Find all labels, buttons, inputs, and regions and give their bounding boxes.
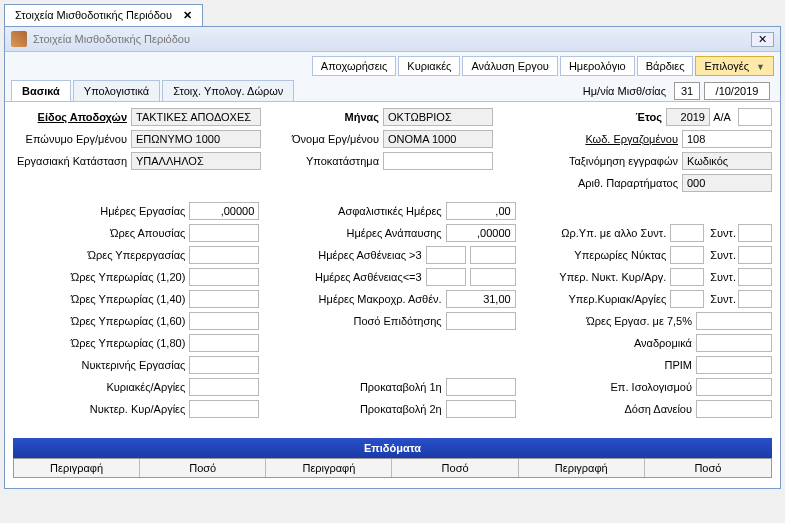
l-l6: Ώρες Υπερωρίας (1,60): [13, 315, 189, 327]
col-perigrafi-1: Περιγραφή: [14, 459, 140, 477]
r-sf4[interactable]: [738, 290, 772, 308]
window-close-button[interactable]: ✕: [751, 32, 774, 47]
mid-column: Ασφαλιστικές Ημέρες Ημέρες Ανάπαυσης Ημέ…: [269, 202, 515, 422]
l-f7[interactable]: [189, 334, 259, 352]
chevron-down-icon: ▼: [756, 62, 765, 72]
l-f9[interactable]: [189, 378, 259, 396]
kod-label: Κωδ. Εργαζομένου: [562, 133, 682, 145]
outer-tab[interactable]: Στοιχεία Μισθοδοτικής Περιόδου ✕: [4, 4, 203, 26]
col-poso-1: Ποσό: [140, 459, 266, 477]
tab-doron[interactable]: Στοιχ. Υπολογ. Δώρων: [162, 80, 294, 101]
l-f6[interactable]: [189, 312, 259, 330]
payroll-date-day[interactable]: [674, 82, 700, 100]
l-l8: Νυκτερινής Εργασίας: [13, 359, 189, 371]
onoma-field: ΟΝΟΜΑ 1000: [383, 130, 493, 148]
r-l3: Υπερ. Νυκτ. Κυρ/Αργ.: [526, 271, 671, 283]
m-f7[interactable]: [446, 378, 516, 396]
toolbar-epiloges-label: Επιλογές: [704, 60, 749, 72]
r-l1: Ωρ.Υπ. με αλλο Συντ.: [526, 227, 671, 239]
window-title: Στοιχεία Μισθοδοτικής Περιόδου: [33, 33, 751, 45]
m-f2[interactable]: [446, 224, 516, 242]
l-f1[interactable]: [189, 202, 259, 220]
toolbar-analysi-ergou[interactable]: Ανάλυση Εργου: [462, 56, 557, 76]
r-f2[interactable]: [670, 246, 704, 264]
toolbar-kyriakes[interactable]: Κυριακές: [398, 56, 460, 76]
m-f3a[interactable]: [426, 246, 466, 264]
r-f3[interactable]: [670, 268, 704, 286]
toolbar-imerologio[interactable]: Ημερολόγιο: [560, 56, 635, 76]
left-column: Ημέρες Εργασίας Ώρες Απουσίας Ώρες Υπερε…: [13, 202, 259, 422]
tax-label: Ταξινόμηση εγγραφών: [562, 155, 682, 167]
l-f4[interactable]: [189, 268, 259, 286]
r-l4: Υπερ.Κυριακ/Αργίες: [526, 293, 671, 305]
l-f8[interactable]: [189, 356, 259, 374]
tax-field: Κωδικός: [682, 152, 772, 170]
r-sf2[interactable]: [738, 246, 772, 264]
m-f8[interactable]: [446, 400, 516, 418]
m-f3b[interactable]: [470, 246, 516, 264]
m-l4: Ημέρες Ασθένειας<=3: [269, 271, 425, 283]
m-l5: Ημέρες Μακροχρ. Ασθέν.: [269, 293, 445, 305]
aa-field[interactable]: [738, 108, 772, 126]
eidos-field: ΤΑΚΤΙΚΕΣ ΑΠΟΔΟΧΕΣ: [131, 108, 261, 126]
arp-label: Αριθ. Παραρτήματος: [562, 177, 682, 189]
onoma-label: Όνομα Εργ/μένου: [273, 133, 383, 145]
r-s1: Συντ.: [710, 227, 736, 239]
toolbar-vardies[interactable]: Βάρδιες: [637, 56, 694, 76]
m-f5[interactable]: [446, 290, 516, 308]
m-f4b[interactable]: [470, 268, 516, 286]
r-l5: Ώρες Εργασ. με 7,5%: [526, 315, 696, 327]
kod-field[interactable]: 108: [682, 130, 772, 148]
epidomata-section: Επιδόματα: [13, 438, 772, 458]
tab-ypologistika[interactable]: Υπολογιστικά: [73, 80, 160, 101]
tab-vasika[interactable]: Βασικά: [11, 80, 71, 101]
arp-field: 000: [682, 174, 772, 192]
close-icon: ✕: [758, 33, 767, 45]
ergkat-label: Εργασιακή Κατάσταση: [13, 155, 131, 167]
toolbar-apoxoriseis[interactable]: Αποχωρήσεις: [312, 56, 396, 76]
m-l6: Ποσό Επιδότησης: [269, 315, 445, 327]
ypok-field[interactable]: [383, 152, 493, 170]
outer-tab-title: Στοιχεία Μισθοδοτικής Περιόδου: [15, 9, 172, 21]
l-f10[interactable]: [189, 400, 259, 418]
col-poso-2: Ποσό: [392, 459, 518, 477]
toolbar-epiloges[interactable]: Επιλογές ▼: [695, 56, 774, 76]
r-f4[interactable]: [670, 290, 704, 308]
col-perigrafi-3: Περιγραφή: [519, 459, 645, 477]
r-f7[interactable]: [696, 356, 772, 374]
l-l2: Ώρες Απουσίας: [13, 227, 189, 239]
m-l2: Ημέρες Ανάπαυσης: [269, 227, 445, 239]
l-l4: Ώρες Υπερωρίας (1,20): [13, 271, 189, 283]
r-l6: Αναδρομικά: [526, 337, 696, 349]
r-l2: Υπερωρίες Νύκτας: [526, 249, 671, 261]
l-l9: Κυριακές/Αργίες: [13, 381, 189, 393]
col-poso-3: Ποσό: [645, 459, 771, 477]
l-f2[interactable]: [189, 224, 259, 242]
m-l8: Προκαταβολή 2η: [269, 403, 445, 415]
toolbar: Αποχωρήσεις Κυριακές Ανάλυση Εργου Ημερο…: [5, 52, 780, 80]
r-s2: Συντ.: [710, 249, 736, 261]
r-sf1[interactable]: [738, 224, 772, 242]
l-f3[interactable]: [189, 246, 259, 264]
m-f6[interactable]: [446, 312, 516, 330]
content: Είδος Αποδοχών ΤΑΚΤΙΚΕΣ ΑΠΟΔΟΧΕΣ Μήνας Ο…: [5, 101, 780, 488]
payroll-date-rest[interactable]: [704, 82, 770, 100]
outer-tab-close[interactable]: ✕: [183, 9, 192, 21]
r-f9[interactable]: [696, 400, 772, 418]
r-f1[interactable]: [670, 224, 704, 242]
r-s3: Συντ.: [710, 271, 736, 283]
m-f4a[interactable]: [426, 268, 466, 286]
r-f6[interactable]: [696, 334, 772, 352]
l-f5[interactable]: [189, 290, 259, 308]
r-sf3[interactable]: [738, 268, 772, 286]
r-s4: Συντ.: [710, 293, 736, 305]
m-f1[interactable]: [446, 202, 516, 220]
l-l3: Ώρες Υπερεργασίας: [13, 249, 189, 261]
m-l7: Προκαταβολή 1η: [269, 381, 445, 393]
ergkat-field: ΥΠΑΛΛΗΛΟΣ: [131, 152, 261, 170]
r-f8[interactable]: [696, 378, 772, 396]
payroll-date-row: Ημ/νία Μισθ/σίας: [583, 82, 770, 100]
r-f5[interactable]: [696, 312, 772, 330]
titlebar: Στοιχεία Μισθοδοτικής Περιόδου ✕: [5, 27, 780, 52]
r-l9: Δόση Δανείου: [526, 403, 696, 415]
